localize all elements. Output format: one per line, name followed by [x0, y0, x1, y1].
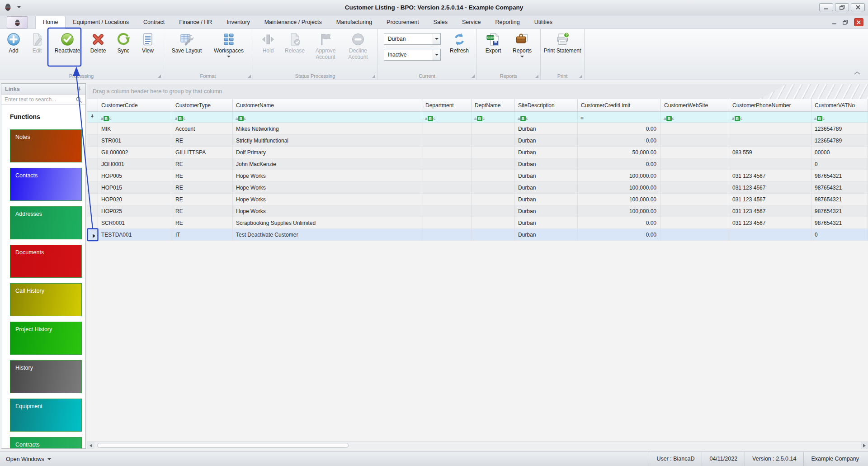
- group-dialog-launcher-icon[interactable]: [248, 75, 251, 78]
- scrollbar-thumb[interactable]: [97, 443, 349, 448]
- cell-customertype[interactable]: Account: [172, 123, 233, 135]
- row-indicator[interactable]: [87, 135, 98, 147]
- column-header-customerphonenumber[interactable]: CustomerPhoneNumber: [729, 99, 811, 112]
- tab-equipment-locations[interactable]: Equipment / Locations: [66, 15, 136, 29]
- cell-customername[interactable]: Hope Works: [233, 182, 422, 194]
- cell-customercode[interactable]: STR001: [98, 135, 172, 147]
- ribbon-collapse-icon[interactable]: [854, 70, 861, 463]
- filter-cell-customertype[interactable]: aBc: [172, 112, 233, 123]
- cell-sitedescription[interactable]: Durban: [515, 217, 578, 229]
- tab-utilities[interactable]: Utilities: [527, 15, 560, 29]
- cell-customerwebsite[interactable]: [661, 158, 729, 170]
- pin-icon[interactable]: [76, 86, 82, 92]
- cell-customercode[interactable]: MIK: [98, 123, 172, 135]
- cell-deptname[interactable]: [472, 158, 515, 170]
- row-indicator[interactable]: [87, 194, 98, 205]
- table-row[interactable]: HOP020REHope WorksDurban100,000.00031 12…: [87, 194, 868, 205]
- cell-customercode[interactable]: TESTDA001: [98, 229, 172, 241]
- table-row[interactable]: JOH0001REJohn MacKenzieDurban0.000: [87, 158, 868, 170]
- cell-customercode[interactable]: SCR0001: [98, 217, 172, 229]
- cell-customerphonenumber[interactable]: 031 123 4567: [729, 205, 811, 217]
- cell-customerphonenumber[interactable]: [729, 229, 811, 241]
- cell-department[interactable]: [422, 194, 472, 205]
- cell-customercreditlimit[interactable]: 100,000.00: [578, 194, 661, 205]
- cell-sitedescription[interactable]: Durban: [515, 158, 578, 170]
- cell-customerphonenumber[interactable]: 031 123 4567: [729, 217, 811, 229]
- column-header-customercode[interactable]: CustomerCode: [98, 99, 172, 112]
- cell-deptname[interactable]: [472, 229, 515, 241]
- cell-sitedescription[interactable]: Durban: [515, 135, 578, 147]
- filter-cell-department[interactable]: aBc: [422, 112, 472, 123]
- row-indicator[interactable]: [87, 182, 98, 194]
- cell-sitedescription[interactable]: Durban: [515, 205, 578, 217]
- cell-customercode[interactable]: HOP020: [98, 194, 172, 205]
- scroll-right-icon[interactable]: [861, 442, 868, 449]
- tab-inventory[interactable]: Inventory: [219, 15, 257, 29]
- sidebar-item-addresses[interactable]: Addresses: [10, 206, 82, 239]
- cell-customerphonenumber[interactable]: [729, 158, 811, 170]
- cell-department[interactable]: [422, 205, 472, 217]
- cell-deptname[interactable]: [472, 194, 515, 205]
- cell-sitedescription[interactable]: Durban: [515, 182, 578, 194]
- filter-cell-deptname[interactable]: aBc: [472, 112, 515, 123]
- table-row[interactable]: TESTDA001ITTest Deactivate CustomerDurba…: [87, 229, 868, 241]
- cell-customertype[interactable]: RE: [172, 182, 233, 194]
- row-indicator[interactable]: [87, 158, 98, 170]
- cell-sitedescription[interactable]: Durban: [515, 123, 578, 135]
- cell-department[interactable]: [422, 217, 472, 229]
- tab-service[interactable]: Service: [455, 15, 488, 29]
- cell-customerphonenumber[interactable]: 031 123 4567: [729, 170, 811, 182]
- tab-maintenance-projects[interactable]: Maintenance / Projects: [257, 15, 329, 29]
- row-indicator[interactable]: [87, 147, 98, 158]
- cell-sitedescription[interactable]: Durban: [515, 147, 578, 158]
- filter-cell-customerwebsite[interactable]: aBc: [661, 112, 729, 123]
- cell-department[interactable]: [422, 135, 472, 147]
- row-indicator[interactable]: [87, 170, 98, 182]
- cell-customername[interactable]: John MacKenzie: [233, 158, 422, 170]
- group-by-panel[interactable]: Drag a column header here to group by th…: [87, 84, 868, 99]
- cell-customercode[interactable]: HOP005: [98, 170, 172, 182]
- select-caret-icon[interactable]: [433, 49, 440, 60]
- group-dialog-launcher-icon[interactable]: [472, 75, 475, 78]
- restore-button[interactable]: [835, 3, 849, 11]
- cell-customercreditlimit[interactable]: 100,000.00: [578, 170, 661, 182]
- site-select[interactable]: Durban: [384, 33, 441, 45]
- search-input[interactable]: [5, 96, 75, 103]
- filter-cell-customercode[interactable]: aBc: [98, 112, 172, 123]
- cell-customername[interactable]: Hope Works: [233, 170, 422, 182]
- open-windows-button[interactable]: Open Windows: [0, 456, 51, 462]
- table-row[interactable]: HOP025REHope WorksDurban100,000.00031 12…: [87, 205, 868, 217]
- cell-deptname[interactable]: [472, 217, 515, 229]
- sidebar-item-notes[interactable]: Notes: [10, 129, 82, 162]
- sidebar-item-equipment[interactable]: Equipment: [10, 399, 82, 432]
- cell-customername[interactable]: Mikes Networking: [233, 123, 422, 135]
- cell-department[interactable]: [422, 158, 472, 170]
- cell-customerphonenumber[interactable]: 083 559: [729, 147, 811, 158]
- cell-customertype[interactable]: RE: [172, 205, 233, 217]
- column-header-deptname[interactable]: DeptName: [472, 99, 515, 112]
- cell-department[interactable]: [422, 170, 472, 182]
- cell-department[interactable]: [422, 182, 472, 194]
- filter-cell-customername[interactable]: aBc: [233, 112, 422, 123]
- cell-sitedescription[interactable]: Durban: [515, 170, 578, 182]
- document-close-button[interactable]: [854, 18, 863, 26]
- cell-customercreditlimit[interactable]: 100,000.00: [578, 205, 661, 217]
- cell-deptname[interactable]: [472, 170, 515, 182]
- row-indicator[interactable]: [87, 217, 98, 229]
- sidebar-item-contracts[interactable]: Contracts: [10, 437, 82, 449]
- sidebar-item-history[interactable]: History: [10, 360, 82, 393]
- tab-contract[interactable]: Contract: [136, 15, 172, 29]
- row-indicator[interactable]: [87, 205, 98, 217]
- document-restore-button[interactable]: [843, 20, 848, 25]
- cell-customercreditlimit[interactable]: 0.00: [578, 123, 661, 135]
- group-dialog-launcher-icon[interactable]: [535, 75, 538, 78]
- column-header-sitedescription[interactable]: SiteDescription: [515, 99, 578, 112]
- ribbon-button-export[interactable]: XLSXExport: [480, 30, 507, 54]
- sidebar-item-call-history[interactable]: Call History: [10, 283, 82, 316]
- cell-customercode[interactable]: GIL000002: [98, 147, 172, 158]
- cell-customertype[interactable]: RE: [172, 194, 233, 205]
- cell-department[interactable]: [422, 123, 472, 135]
- column-header-customerwebsite[interactable]: CustomerWebSite: [661, 99, 729, 112]
- column-header-customercreditlimit[interactable]: CustomerCreditLimit: [578, 99, 661, 112]
- cell-deptname[interactable]: [472, 182, 515, 194]
